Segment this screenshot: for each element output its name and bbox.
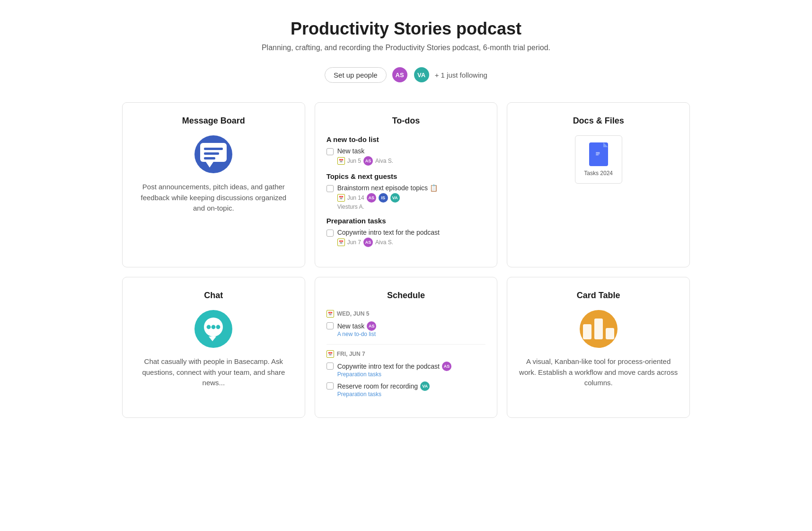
svg-point-12 [216,325,221,329]
todo-section-3: Preparation tasks Copywrite intro text f… [327,217,486,247]
schedule-day-1-label: WED, JUN 5 [337,310,370,317]
mini-avatar-as-3: AS [363,238,373,247]
todo-checkbox-2[interactable] [327,185,334,192]
schedule-day-2-header: 📅 FRI, JUN 7 [327,350,486,358]
message-board-icon [194,135,232,173]
svg-marker-1 [206,162,213,168]
todo-item-3: Copywrite intro text for the podcast 📅 J… [327,229,486,247]
schedule-card[interactable]: Schedule 📅 WED, JUN 5 New task AS A new … [315,277,498,418]
todo-date-1: Jun 5 [347,158,361,164]
cal-icon-3: 📅 [337,239,345,246]
doc-icon [594,150,603,159]
page-header: Productivity Stories podcast Planning, c… [9,19,803,52]
todo-section-1: A new to-do list New task 📅 Jun 5 AS Aiv… [327,135,486,166]
mini-avatar-as-1: AS [363,156,373,166]
chat-card[interactable]: Chat Chat casually with people in Baseca… [122,277,305,418]
todo-meta-3: 📅 Jun 7 AS Aiva S. [337,238,440,247]
schedule-checkbox-2[interactable] [327,363,334,370]
todo-item-1: New task 📅 Jun 5 AS Aiva S. [327,147,486,166]
schedule-divider [327,344,486,345]
schedule-task-1-list: A new to-do list [337,331,486,337]
svg-rect-8 [596,155,599,155]
card-table-title: Card Table [519,291,678,301]
todo-date-2: Jun 14 [347,195,364,201]
page-subtitle: Planning, crafting, and recording the Pr… [9,44,803,52]
card-table-icon-wrap [519,310,678,348]
assignee-name-1: Aiva S. [375,158,393,164]
following-text: + 1 just following [435,71,487,79]
schedule-task-1-info: New task AS A new to-do list [337,321,486,337]
doc-file[interactable]: Tasks 2024 [575,135,622,184]
cards-grid: Message Board Post announcements, pitch … [122,102,690,418]
svg-rect-6 [596,152,600,153]
chat-icon-wrap [134,310,293,348]
todo-meta-1: 📅 Jun 5 AS Aiva S. [337,156,393,166]
todo-section-3-title: Preparation tasks [327,217,486,225]
svg-rect-2 [204,148,223,150]
message-board-icon-wrap [134,135,293,173]
todo-date-3: Jun 7 [347,239,361,246]
schedule-cal-icon-1: 📅 [327,310,334,318]
todos-card[interactable]: To-dos A new to-do list New task 📅 Jun 5… [315,102,498,267]
kanban-col-2 [594,319,603,339]
svg-rect-3 [204,152,219,155]
schedule-task-3-name: Reserve room for recording VA [337,381,486,391]
schedule-mini-avatar-va-3: VA [420,381,430,391]
schedule-task-2: Copywrite intro text for the podcast AS … [327,362,486,378]
schedule-checkbox-1[interactable] [327,322,334,329]
schedule-mini-avatar-as-1: AS [367,321,376,331]
message-board-desc: Post announcements, pitch ideas, and gat… [134,182,293,214]
todo-section-1-title: A new to-do list [327,135,486,143]
schedule-title: Schedule [327,291,486,301]
todo-text-3: Copywrite intro text for the podcast [337,229,440,236]
message-board-card[interactable]: Message Board Post announcements, pitch … [122,102,305,267]
svg-point-11 [212,325,216,329]
mini-avatar-is-2: IS [379,193,388,203]
schedule-task-1-name: New task AS [337,321,486,331]
kanban-icon [583,319,614,339]
docs-card[interactable]: Docs & Files Tasks 2024 [507,102,690,267]
card-table-desc: A visual, Kanban-like tool for process-o… [519,356,678,389]
schedule-task-2-list: Preparation tasks [337,371,486,378]
chat-title: Chat [134,291,293,301]
schedule-task-3-info: Reserve room for recording VA Preparatio… [337,381,486,398]
mini-avatar-va-2: VA [390,193,400,203]
svg-marker-13 [209,336,216,341]
chat-icon [194,310,232,348]
chat-icon-circle [194,310,232,348]
todo-checkbox-1[interactable] [327,148,334,155]
todo-section-2-title: Topics & next guests [327,172,486,180]
avatar-va[interactable]: VA [413,66,430,83]
message-board-icon-circle [194,135,232,173]
todo-checkbox-3[interactable] [327,230,334,237]
schedule-checkbox-3[interactable] [327,382,334,389]
schedule-day-1: 📅 WED, JUN 5 New task AS A new to-do lis… [327,310,486,337]
schedule-mini-avatar-as-2: AS [442,362,451,371]
todo-item-2: Brainstorm next episode topics 📋 📅 Jun 1… [327,184,486,210]
card-table-icon-circle [580,310,618,348]
schedule-day-2-label: FRI, JUN 7 [337,351,365,357]
cal-icon-1: 📅 [337,157,345,165]
svg-rect-4 [204,157,215,159]
message-board-title: Message Board [134,116,293,126]
svg-point-10 [207,325,211,329]
todos-title: To-dos [327,116,486,126]
doc-file-name: Tasks 2024 [584,170,613,177]
schedule-task-2-info: Copywrite intro text for the podcast AS … [337,362,486,378]
schedule-day-2: 📅 FRI, JUN 7 Copywrite intro text for th… [327,350,486,398]
svg-rect-7 [596,153,600,154]
mini-avatar-as-2: AS [367,193,376,203]
set-up-people-button[interactable]: Set up people [325,67,387,83]
todo-text-1: New task [337,147,393,155]
page-title: Productivity Stories podcast [9,19,803,39]
avatar-as[interactable]: AS [391,66,408,83]
doc-file-icon [589,142,608,166]
schedule-task-3: Reserve room for recording VA Preparatio… [327,381,486,398]
todo-section-2: Topics & next guests Brainstorm next epi… [327,172,486,210]
todo-text-2: Brainstorm next episode topics 📋 [337,184,438,192]
card-table-card[interactable]: Card Table A visual, Kanban-like tool fo… [507,277,690,418]
kanban-col-1 [583,324,591,339]
schedule-task-2-name: Copywrite intro text for the podcast AS [337,362,486,371]
docs-icon-wrap: Tasks 2024 [519,135,678,184]
chat-desc: Chat casually with people in Basecamp. A… [134,356,293,389]
